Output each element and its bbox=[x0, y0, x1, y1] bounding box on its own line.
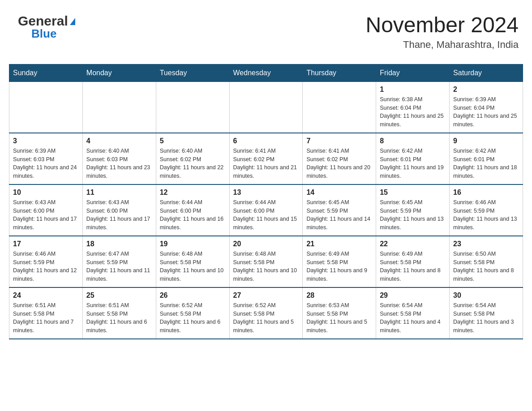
page-header: General Blue November 2024 Thane, Mahara… bbox=[9, 9, 523, 55]
day-info: Sunrise: 6:44 AMSunset: 6:00 PMDaylight:… bbox=[233, 198, 299, 232]
day-number: 24 bbox=[13, 291, 79, 300]
day-number: 13 bbox=[233, 188, 299, 197]
day-info: Sunrise: 6:42 AMSunset: 6:01 PMDaylight:… bbox=[380, 147, 446, 180]
day-info: Sunrise: 6:40 AMSunset: 6:03 PMDaylight:… bbox=[86, 147, 152, 180]
day-number: 12 bbox=[160, 188, 226, 197]
weekday-header-monday: Monday bbox=[82, 64, 156, 81]
day-number: 5 bbox=[160, 137, 226, 145]
day-info: Sunrise: 6:45 AMSunset: 5:59 PMDaylight:… bbox=[380, 198, 446, 232]
day-info: Sunrise: 6:41 AMSunset: 6:02 PMDaylight:… bbox=[306, 147, 372, 180]
calendar-cell bbox=[229, 81, 303, 133]
day-info: Sunrise: 6:50 AMSunset: 5:58 PMDaylight:… bbox=[453, 250, 519, 283]
weekday-header-thursday: Thursday bbox=[303, 64, 376, 81]
day-info: Sunrise: 6:46 AMSunset: 5:59 PMDaylight:… bbox=[13, 250, 79, 283]
calendar-cell: 6Sunrise: 6:41 AMSunset: 6:02 PMDaylight… bbox=[229, 133, 303, 184]
logo-triangle-icon bbox=[70, 18, 75, 25]
calendar-cell: 1Sunrise: 6:38 AMSunset: 6:04 PMDaylight… bbox=[376, 81, 450, 133]
day-number: 6 bbox=[233, 137, 299, 145]
day-info: Sunrise: 6:39 AMSunset: 6:04 PMDaylight:… bbox=[453, 95, 519, 129]
day-info: Sunrise: 6:49 AMSunset: 5:58 PMDaylight:… bbox=[380, 250, 446, 283]
calendar-cell: 10Sunrise: 6:43 AMSunset: 6:00 PMDayligh… bbox=[9, 184, 83, 236]
calendar-cell: 7Sunrise: 6:41 AMSunset: 6:02 PMDaylight… bbox=[303, 133, 376, 184]
day-number: 29 bbox=[380, 291, 446, 300]
day-info: Sunrise: 6:38 AMSunset: 6:04 PMDaylight:… bbox=[380, 95, 446, 129]
day-number: 27 bbox=[233, 291, 299, 300]
day-number: 23 bbox=[453, 240, 519, 248]
day-info: Sunrise: 6:43 AMSunset: 6:00 PMDaylight:… bbox=[13, 198, 79, 232]
calendar-cell: 26Sunrise: 6:52 AMSunset: 5:58 PMDayligh… bbox=[156, 287, 229, 339]
location-title: Thane, Maharashtra, India bbox=[365, 39, 519, 51]
calendar-cell: 3Sunrise: 6:39 AMSunset: 6:03 PMDaylight… bbox=[9, 133, 83, 184]
calendar-row-2: 10Sunrise: 6:43 AMSunset: 6:00 PMDayligh… bbox=[9, 184, 523, 236]
weekday-header-tuesday: Tuesday bbox=[156, 64, 229, 81]
day-info: Sunrise: 6:41 AMSunset: 6:02 PMDaylight:… bbox=[233, 147, 299, 180]
day-number: 14 bbox=[306, 188, 372, 197]
weekday-header-sunday: Sunday bbox=[9, 64, 83, 81]
day-info: Sunrise: 6:43 AMSunset: 6:00 PMDaylight:… bbox=[86, 198, 152, 232]
calendar-cell: 27Sunrise: 6:52 AMSunset: 5:58 PMDayligh… bbox=[229, 287, 303, 339]
calendar-cell: 8Sunrise: 6:42 AMSunset: 6:01 PMDaylight… bbox=[376, 133, 450, 184]
day-info: Sunrise: 6:53 AMSunset: 5:58 PMDaylight:… bbox=[306, 301, 372, 335]
day-number: 18 bbox=[86, 240, 152, 248]
day-number: 26 bbox=[160, 291, 226, 300]
calendar-cell: 20Sunrise: 6:48 AMSunset: 5:58 PMDayligh… bbox=[229, 236, 303, 287]
calendar-cell: 2Sunrise: 6:39 AMSunset: 6:04 PMDaylight… bbox=[450, 81, 523, 133]
day-info: Sunrise: 6:51 AMSunset: 5:58 PMDaylight:… bbox=[86, 301, 152, 335]
calendar-cell: 4Sunrise: 6:40 AMSunset: 6:03 PMDaylight… bbox=[82, 133, 156, 184]
calendar-cell: 30Sunrise: 6:54 AMSunset: 5:58 PMDayligh… bbox=[450, 287, 523, 339]
day-info: Sunrise: 6:48 AMSunset: 5:58 PMDaylight:… bbox=[160, 250, 226, 283]
calendar-cell: 17Sunrise: 6:46 AMSunset: 5:59 PMDayligh… bbox=[9, 236, 83, 287]
day-info: Sunrise: 6:39 AMSunset: 6:03 PMDaylight:… bbox=[13, 147, 79, 180]
day-number: 1 bbox=[380, 86, 446, 94]
calendar-row-1: 3Sunrise: 6:39 AMSunset: 6:03 PMDaylight… bbox=[9, 133, 523, 184]
logo-general-text: General bbox=[18, 13, 68, 29]
weekday-header-wednesday: Wednesday bbox=[229, 64, 303, 81]
day-info: Sunrise: 6:51 AMSunset: 5:58 PMDaylight:… bbox=[13, 301, 79, 335]
calendar-cell: 19Sunrise: 6:48 AMSunset: 5:58 PMDayligh… bbox=[156, 236, 229, 287]
day-number: 19 bbox=[160, 240, 226, 248]
day-number: 22 bbox=[380, 240, 446, 248]
calendar-row-4: 24Sunrise: 6:51 AMSunset: 5:58 PMDayligh… bbox=[9, 287, 523, 339]
day-number: 20 bbox=[233, 240, 299, 248]
day-info: Sunrise: 6:54 AMSunset: 5:58 PMDaylight:… bbox=[453, 301, 519, 335]
day-info: Sunrise: 6:52 AMSunset: 5:58 PMDaylight:… bbox=[233, 301, 299, 335]
day-info: Sunrise: 6:48 AMSunset: 5:58 PMDaylight:… bbox=[233, 250, 299, 283]
calendar-cell: 12Sunrise: 6:44 AMSunset: 6:00 PMDayligh… bbox=[156, 184, 229, 236]
day-info: Sunrise: 6:49 AMSunset: 5:58 PMDaylight:… bbox=[306, 250, 372, 283]
logo-blue-text: Blue bbox=[31, 27, 56, 41]
weekday-header-row: SundayMondayTuesdayWednesdayThursdayFrid… bbox=[9, 64, 523, 81]
calendar-cell: 16Sunrise: 6:46 AMSunset: 5:59 PMDayligh… bbox=[450, 184, 523, 236]
day-info: Sunrise: 6:46 AMSunset: 5:59 PMDaylight:… bbox=[453, 198, 519, 232]
logo: General Blue bbox=[18, 13, 75, 41]
day-number: 15 bbox=[380, 188, 446, 197]
weekday-header-saturday: Saturday bbox=[450, 64, 523, 81]
calendar-cell: 23Sunrise: 6:50 AMSunset: 5:58 PMDayligh… bbox=[450, 236, 523, 287]
calendar-cell: 11Sunrise: 6:43 AMSunset: 6:00 PMDayligh… bbox=[82, 184, 156, 236]
day-number: 3 bbox=[13, 137, 79, 145]
calendar-cell: 21Sunrise: 6:49 AMSunset: 5:58 PMDayligh… bbox=[303, 236, 376, 287]
title-block: November 2024 Thane, Maharashtra, India bbox=[365, 13, 519, 51]
calendar-table: SundayMondayTuesdayWednesdayThursdayFrid… bbox=[9, 64, 523, 339]
calendar-cell: 15Sunrise: 6:45 AMSunset: 5:59 PMDayligh… bbox=[376, 184, 450, 236]
calendar-cell: 9Sunrise: 6:42 AMSunset: 6:01 PMDaylight… bbox=[450, 133, 523, 184]
day-info: Sunrise: 6:47 AMSunset: 5:59 PMDaylight:… bbox=[86, 250, 152, 283]
day-number: 4 bbox=[86, 137, 152, 145]
day-info: Sunrise: 6:44 AMSunset: 6:00 PMDaylight:… bbox=[160, 198, 226, 232]
day-number: 2 bbox=[453, 86, 519, 94]
day-number: 11 bbox=[86, 188, 152, 197]
day-number: 16 bbox=[453, 188, 519, 197]
calendar-row-0: 1Sunrise: 6:38 AMSunset: 6:04 PMDaylight… bbox=[9, 81, 523, 133]
calendar-cell: 24Sunrise: 6:51 AMSunset: 5:58 PMDayligh… bbox=[9, 287, 83, 339]
day-number: 10 bbox=[13, 188, 79, 197]
day-number: 8 bbox=[380, 137, 446, 145]
month-title: November 2024 bbox=[365, 13, 519, 37]
day-info: Sunrise: 6:45 AMSunset: 5:59 PMDaylight:… bbox=[306, 198, 372, 232]
calendar-cell bbox=[156, 81, 229, 133]
day-info: Sunrise: 6:54 AMSunset: 5:58 PMDaylight:… bbox=[380, 301, 446, 335]
calendar-cell: 28Sunrise: 6:53 AMSunset: 5:58 PMDayligh… bbox=[303, 287, 376, 339]
calendar-cell: 29Sunrise: 6:54 AMSunset: 5:58 PMDayligh… bbox=[376, 287, 450, 339]
day-info: Sunrise: 6:40 AMSunset: 6:02 PMDaylight:… bbox=[160, 147, 226, 180]
calendar-cell: 5Sunrise: 6:40 AMSunset: 6:02 PMDaylight… bbox=[156, 133, 229, 184]
day-number: 25 bbox=[86, 291, 152, 300]
day-number: 28 bbox=[306, 291, 372, 300]
